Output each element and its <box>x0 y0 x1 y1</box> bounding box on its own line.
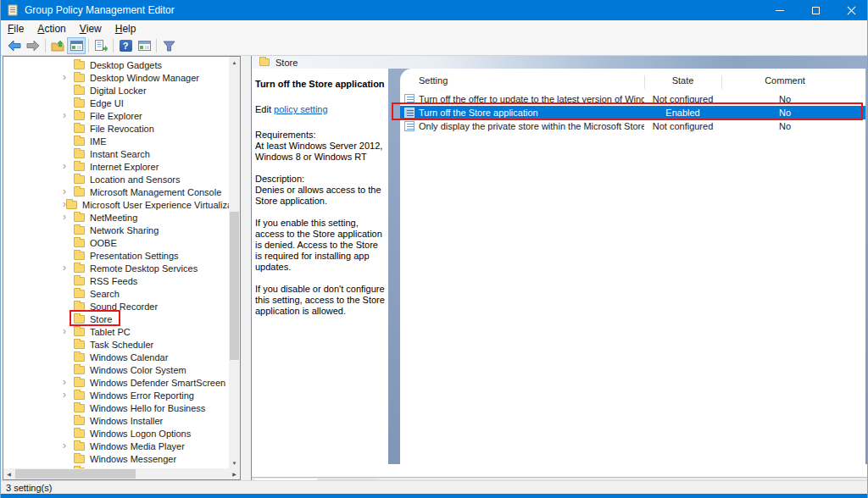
tree-item-sound-recorder[interactable]: Sound Recorder <box>3 300 229 313</box>
tree-item-instant-search[interactable]: Instant Search <box>3 147 229 160</box>
menu-item-help[interactable]: Help <box>108 20 143 36</box>
scroll-up-arrow[interactable]: ▲ <box>229 57 240 68</box>
chevron-right-icon[interactable]: › <box>63 73 74 82</box>
tree-item-ime[interactable]: IME <box>3 135 229 147</box>
tree-item-rss-feeds[interactable]: RSS Feeds <box>3 274 229 287</box>
tree-item-desktop-window-manager[interactable]: ›Desktop Window Manager <box>3 71 229 84</box>
tree-item-netmeeting[interactable]: ›NetMeeting <box>3 211 229 224</box>
setting-row[interactable]: Turn off the offer to update to the late… <box>400 92 865 106</box>
tree-item-windows-hello-for-business[interactable]: Windows Hello for Business <box>3 401 229 414</box>
folder-icon <box>74 99 85 108</box>
tree-item-task-scheduler[interactable]: Task Scheduler <box>3 338 229 351</box>
window-controls <box>762 0 868 20</box>
menu-item-action[interactable]: Action <box>31 20 72 36</box>
chevron-right-icon[interactable]: › <box>63 263 74 273</box>
folder-icon <box>74 239 85 247</box>
filter-button[interactable] <box>159 37 178 54</box>
tree-item-microsoft-management-console[interactable]: ›Microsoft Management Console <box>3 185 229 198</box>
back-button[interactable] <box>5 37 24 54</box>
tree-item-label: Windows Calendar <box>90 352 168 362</box>
back-arrow-icon <box>8 40 21 52</box>
scroll-left-arrow[interactable]: ◀ <box>3 468 14 479</box>
tree-item-file-revocation[interactable]: File Revocation <box>3 122 229 135</box>
setting-state: Not configured <box>644 94 721 104</box>
folder-icon <box>74 252 85 260</box>
tree-item-label: Remote Desktop Services <box>90 263 198 274</box>
forward-button[interactable] <box>24 37 42 54</box>
tree-item-presentation-settings[interactable]: Presentation Settings <box>3 249 229 262</box>
tree-item-windows-installer[interactable]: Windows Installer <box>3 414 229 427</box>
scroll-right-arrow[interactable]: ▶ <box>229 468 240 479</box>
tree-item-label: Microsoft Management Console <box>90 187 221 197</box>
tree-item-digital-locker[interactable]: Digital Locker <box>3 84 229 97</box>
maximize-button[interactable] <box>798 0 833 20</box>
description-paragraph: If you enable this setting, access to th… <box>255 218 385 273</box>
chevron-right-icon[interactable]: › <box>63 390 74 400</box>
help-button[interactable]: ? <box>116 37 135 54</box>
tree-item-oobe[interactable]: OOBE <box>3 236 229 249</box>
column-separator[interactable] <box>644 75 645 89</box>
tree-item-label: Tablet PC <box>90 327 131 337</box>
column-header-setting[interactable]: Setting <box>400 75 644 86</box>
tree-item-windows-color-system[interactable]: Windows Color System <box>3 363 229 376</box>
tree-item-windows-messenger[interactable]: Windows Messenger <box>3 452 229 465</box>
close-icon <box>847 6 856 15</box>
tree-item-remote-desktop-services[interactable]: ›Remote Desktop Services <box>3 262 229 274</box>
tree-item-network-sharing[interactable]: Network Sharing <box>3 224 229 236</box>
console-window-icon <box>70 41 83 51</box>
chevron-right-icon[interactable]: › <box>63 441 74 451</box>
tree-item-label: File Revocation <box>90 124 154 134</box>
tree-item-windows-defender-smartscreen[interactable]: ›Windows Defender SmartScreen <box>3 376 229 389</box>
tree-item-location-and-sensors[interactable]: Location and Sensors <box>3 173 229 185</box>
requirements-block: Requirements: At least Windows Server 20… <box>255 130 384 163</box>
menu-item-view[interactable]: View <box>73 20 108 36</box>
setting-comment: No <box>721 121 849 131</box>
tree-item-microsoft-user-experience-virtualization[interactable]: ›Microsoft User Experience Virtualizatio… <box>3 198 229 211</box>
tree-item-windows-calendar[interactable]: Windows Calendar <box>3 351 229 363</box>
tree-item-label: OOBE <box>90 238 117 248</box>
tree-item-file-explorer[interactable]: ›File Explorer <box>3 109 229 122</box>
column-separator[interactable] <box>721 75 722 89</box>
chevron-right-icon[interactable]: › <box>63 213 74 222</box>
tree-item-windows-media-player[interactable]: ›Windows Media Player <box>3 440 229 452</box>
close-button[interactable] <box>833 0 868 20</box>
folder-icon <box>74 315 85 324</box>
tree-item-edge-ui[interactable]: Edge UI <box>3 97 229 109</box>
menu-item-file[interactable]: File <box>1 20 31 36</box>
tree-item-desktop-gadgets[interactable]: Desktop Gadgets <box>3 58 229 71</box>
folder-icon <box>74 417 85 425</box>
tree-item-tablet-pc[interactable]: ›Tablet PC <box>3 325 229 338</box>
setting-name: Only display the private store within th… <box>419 121 644 131</box>
chevron-right-icon[interactable]: › <box>63 378 74 387</box>
tree-item-windows-error-reporting[interactable]: ›Windows Error Reporting <box>3 389 229 401</box>
column-header-comment[interactable]: Comment <box>721 75 849 86</box>
tree-item-internet-explorer[interactable]: ›Internet Explorer <box>3 160 229 173</box>
chevron-right-icon[interactable]: › <box>63 162 74 171</box>
forward-arrow-icon <box>26 40 40 52</box>
status-bar: 3 setting(s) <box>1 480 867 494</box>
tree-item-label: Store <box>90 314 112 324</box>
chevron-right-icon[interactable]: › <box>63 187 74 196</box>
setting-row[interactable]: Only display the private store within th… <box>400 119 865 133</box>
show-console-tree-button[interactable] <box>67 37 86 54</box>
chevron-right-icon[interactable]: › <box>63 327 74 336</box>
up-one-level-button[interactable] <box>48 37 67 54</box>
minimize-button[interactable] <box>762 0 798 20</box>
horizontal-scroll-thumb[interactable] <box>15 469 136 479</box>
export-list-button[interactable] <box>92 37 110 54</box>
toolbar-separator <box>88 39 89 53</box>
scroll-down-arrow[interactable]: ▼ <box>229 457 240 468</box>
tree-item-windows-logon-options[interactable]: Windows Logon Options <box>3 427 229 440</box>
tree-vertical-scrollbar[interactable]: ▲ ▼ <box>229 57 240 468</box>
column-header-state[interactable]: State <box>644 75 721 86</box>
requirements-text: At least Windows Server 2012, Windows 8 … <box>255 141 384 163</box>
chevron-right-icon[interactable]: › <box>63 111 74 120</box>
tree-item-store[interactable]: Store <box>3 313 229 325</box>
console-window-button[interactable] <box>135 37 153 54</box>
extended-view-body: Turn off the Store application Edit poli… <box>252 69 868 464</box>
setting-row[interactable]: Turn off the Store applicationEnabledNo <box>400 106 865 119</box>
tree-horizontal-scrollbar[interactable]: ◀ ▶ <box>3 468 240 479</box>
tree-item-search[interactable]: Search <box>3 287 229 300</box>
policy-setting-link[interactable]: policy setting <box>274 104 328 114</box>
vertical-scroll-thumb[interactable] <box>230 212 239 360</box>
